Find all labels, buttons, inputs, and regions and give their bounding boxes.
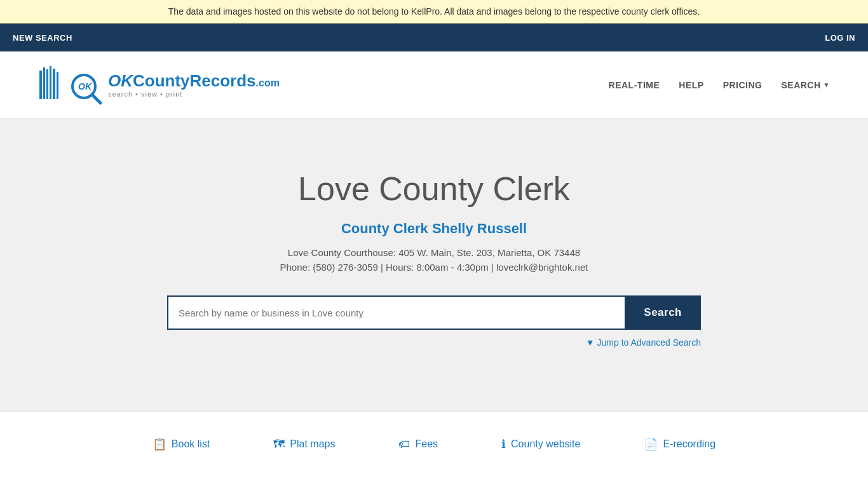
nav-realtime[interactable]: REAL-TIME bbox=[609, 80, 660, 90]
county-website-label: County website bbox=[511, 438, 580, 450]
nav-search-dropdown[interactable]: SEARCH ▼ bbox=[781, 80, 830, 90]
svg-rect-1 bbox=[43, 67, 45, 99]
svg-line-8 bbox=[92, 95, 100, 103]
nav-help[interactable]: HELP bbox=[679, 80, 703, 90]
advanced-search-label: Jump to Advanced Search bbox=[597, 337, 701, 348]
plat-maps-icon: 🗺 bbox=[273, 438, 285, 451]
county-website-icon: ℹ bbox=[501, 437, 506, 451]
book-list-icon: 📋 bbox=[153, 437, 166, 451]
logo-ok: OK bbox=[108, 71, 133, 90]
search-form: Search bbox=[167, 295, 701, 330]
logo-tagline: search • view • print bbox=[108, 90, 280, 98]
banner-text: The data and images hosted on this websi… bbox=[168, 6, 700, 17]
phone-hours-line: Phone: (580) 276-3059 | Hours: 8:00am - … bbox=[13, 262, 855, 273]
footer-link-book-list[interactable]: 📋Book list bbox=[153, 437, 210, 451]
new-search-link[interactable]: NEW SEARCH bbox=[13, 33, 72, 43]
e-recording-label: E-recording bbox=[663, 438, 715, 450]
address-line: Love County Courthouse: 405 W. Main, Ste… bbox=[13, 247, 855, 258]
logo[interactable]: OK OKCountyRecords.com search • view • p… bbox=[38, 64, 280, 105]
footer-link-county-website[interactable]: ℹCounty website bbox=[501, 437, 580, 451]
footer-link-fees[interactable]: 🏷Fees bbox=[398, 438, 438, 451]
svg-rect-3 bbox=[50, 66, 51, 99]
log-in-link[interactable]: LOG IN bbox=[825, 33, 855, 43]
clerk-name: County Clerk Shelly Russell bbox=[13, 220, 855, 237]
svg-rect-4 bbox=[53, 69, 55, 99]
svg-text:OK: OK bbox=[78, 81, 92, 92]
logo-text-area: OKCountyRecords.com search • view • prin… bbox=[108, 72, 280, 98]
dropdown-arrow-icon: ▼ bbox=[586, 337, 595, 348]
book-list-label: Book list bbox=[172, 438, 210, 450]
main-navigation: REAL-TIME HELP PRICING SEARCH ▼ bbox=[609, 80, 830, 90]
nav-pricing[interactable]: PRICING bbox=[723, 80, 763, 90]
fees-label: Fees bbox=[415, 438, 438, 450]
logo-icon: OK bbox=[38, 64, 108, 105]
svg-rect-5 bbox=[57, 72, 58, 99]
fees-icon: 🏷 bbox=[398, 438, 410, 451]
search-input[interactable] bbox=[167, 295, 625, 330]
plat-maps-label: Plat maps bbox=[290, 438, 335, 450]
logo-main: CountyRecords bbox=[133, 71, 256, 90]
footer-link-e-recording[interactable]: 📄E-recording bbox=[644, 437, 715, 451]
advanced-search-link[interactable]: ▼Jump to Advanced Search bbox=[167, 337, 701, 348]
top-nav: NEW SEARCH LOG IN bbox=[0, 24, 868, 51]
footer-link-plat-maps[interactable]: 🗺Plat maps bbox=[273, 438, 335, 451]
logo-dot: .com bbox=[256, 78, 280, 88]
svg-rect-0 bbox=[39, 71, 42, 99]
county-title: Love County Clerk bbox=[13, 170, 855, 208]
hero-section: Love County Clerk County Clerk Shelly Ru… bbox=[0, 119, 868, 411]
main-header: OK OKCountyRecords.com search • view • p… bbox=[0, 51, 868, 119]
notice-banner: The data and images hosted on this websi… bbox=[0, 0, 868, 24]
footer-links-section: 📋Book list🗺Plat maps🏷FeesℹCounty website… bbox=[0, 411, 868, 477]
nav-search-label: SEARCH bbox=[781, 80, 820, 90]
svg-rect-2 bbox=[46, 69, 48, 99]
e-recording-icon: 📄 bbox=[644, 437, 658, 451]
chevron-down-icon: ▼ bbox=[824, 81, 830, 88]
search-button[interactable]: Search bbox=[625, 295, 701, 330]
